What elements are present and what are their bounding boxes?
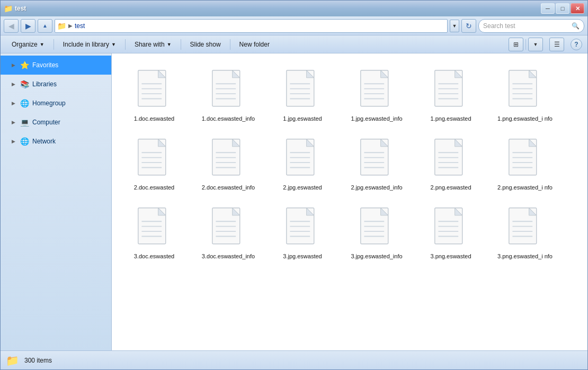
sidebar: ▶ ⭐ Favorites ▶ 📚 Libraries ▶ 🌐 Homegrou… [1, 53, 112, 350]
status-item-count: 300 items [24, 357, 52, 364]
sidebar-item-network[interactable]: ▶ 🌐 Network [1, 132, 111, 151]
slide-show-label: Slide show [190, 41, 221, 48]
list-item[interactable]: 2.doc.eswasted [117, 128, 191, 196]
close-button[interactable]: ✕ [571, 3, 584, 14]
list-item[interactable]: 3.png.eswasted_i nfo [488, 196, 562, 265]
libraries-expand-icon: ▶ [10, 81, 16, 87]
include-library-button[interactable]: Include in library ▼ [57, 38, 122, 51]
file-name-label: 3.jpg.eswasted [283, 252, 322, 260]
organize-button[interactable]: Organize ▼ [6, 38, 50, 51]
file-name-label: 2.doc.eswasted_info [202, 184, 255, 191]
breadcrumb-path: test [75, 22, 85, 30]
refresh-button[interactable]: ↻ [461, 19, 476, 33]
breadcrumb-bar[interactable]: 📁 ▶ test [55, 19, 448, 33]
list-item[interactable]: 2.png.eswasted_i nfo [488, 128, 562, 196]
sidebar-item-favorites[interactable]: ▶ ⭐ Favorites [1, 56, 111, 75]
computer-icon: 💻 [20, 118, 29, 127]
file-doc-icon [431, 68, 471, 113]
search-icon: 🔍 [572, 22, 580, 30]
list-item[interactable]: 1.jpg.eswasted_info [340, 59, 414, 128]
network-label: Network [32, 138, 56, 145]
file-name-label: 3.doc.eswasted_info [202, 252, 255, 260]
file-name-label: 2.jpg.eswasted [283, 184, 322, 191]
view-dropdown-button[interactable]: ▼ [528, 38, 543, 51]
file-name-label: 3.doc.eswasted [134, 252, 174, 260]
file-doc-icon [357, 205, 397, 250]
list-item[interactable]: 2.png.eswasted [414, 128, 488, 196]
forward-icon: ▶ [25, 22, 31, 30]
details-pane-icon: ☰ [554, 41, 560, 48]
file-name-label: 3.png.eswasted [430, 252, 471, 260]
file-doc-icon [431, 137, 471, 182]
list-item[interactable]: 1.jpg.eswasted [265, 59, 340, 128]
toolbar-separator-1 [54, 39, 54, 50]
main-area: ▶ ⭐ Favorites ▶ 📚 Libraries ▶ 🌐 Homegrou… [1, 53, 587, 350]
file-doc-icon [283, 68, 323, 113]
sidebar-item-computer[interactable]: ▶ 💻 Computer [1, 113, 111, 132]
list-item[interactable]: 1.doc.eswasted_info [191, 59, 265, 128]
view-grid-button[interactable]: ⊞ [509, 38, 523, 51]
details-pane-button[interactable]: ☰ [549, 38, 564, 51]
sidebar-item-libraries[interactable]: ▶ 📚 Libraries [1, 75, 111, 94]
title-folder-icon: 📁 [4, 4, 13, 13]
view-grid-icon: ⊞ [513, 41, 519, 48]
maximize-icon: □ [561, 5, 565, 12]
file-doc-icon [283, 137, 323, 182]
share-with-button[interactable]: Share with ▼ [129, 38, 177, 51]
maximize-button[interactable]: □ [556, 3, 569, 14]
list-item[interactable]: 3.png.eswasted [414, 196, 488, 265]
file-name-label: 1.png.eswasted [430, 115, 471, 122]
slide-show-button[interactable]: Slide show [184, 38, 227, 51]
list-item[interactable]: 1.png.eswasted [414, 59, 488, 128]
breadcrumb-dropdown-button[interactable]: ▼ [450, 20, 459, 32]
include-library-label: Include in library [63, 41, 109, 48]
search-input[interactable] [483, 22, 569, 30]
list-item[interactable]: 1.doc.eswasted [117, 59, 191, 128]
forward-button[interactable]: ▶ [21, 19, 35, 33]
list-item[interactable]: 2.doc.eswasted_info [191, 128, 265, 196]
list-item[interactable]: 3.doc.eswasted [117, 196, 191, 265]
file-name-label: 2.doc.eswasted [134, 184, 174, 191]
back-button[interactable]: ◀ [4, 19, 19, 33]
window-controls: ─ □ ✕ [541, 3, 584, 14]
network-icon: 🌐 [20, 137, 29, 146]
share-with-label: Share with [135, 41, 165, 48]
file-name-label: 1.jpg.eswasted_info [351, 115, 402, 122]
explorer-window: 📁 test ─ □ ✕ ◀ ▶ ▲ 📁 ▶ test [0, 0, 588, 370]
file-doc-icon [505, 137, 545, 182]
view-sep [525, 39, 526, 50]
libraries-label: Libraries [32, 80, 57, 88]
list-item[interactable]: 1.png.eswasted_i nfo [488, 59, 562, 128]
share-dropdown-icon: ▼ [167, 42, 172, 47]
file-doc-icon [209, 137, 248, 182]
libraries-icon: 📚 [20, 79, 29, 89]
view-dropdown-icon: ▼ [533, 42, 538, 47]
dropdown-icon: ▼ [452, 23, 457, 29]
new-folder-button[interactable]: New folder [234, 38, 275, 51]
close-icon: ✕ [575, 5, 580, 12]
sidebar-item-homegroup[interactable]: ▶ 🌐 Homegroup [1, 94, 111, 113]
file-doc-icon [431, 205, 471, 250]
computer-expand-icon: ▶ [10, 119, 16, 125]
address-bar: ◀ ▶ ▲ 📁 ▶ test ▼ ↻ 🔍 [1, 16, 587, 35]
favorites-label: Favorites [32, 61, 58, 69]
search-bar[interactable]: 🔍 [478, 19, 584, 33]
help-button[interactable]: ? [571, 39, 582, 50]
minimize-button[interactable]: ─ [541, 3, 555, 14]
list-item[interactable]: 3.jpg.eswasted [265, 196, 340, 265]
file-doc-icon [357, 68, 397, 113]
list-item[interactable]: 3.doc.eswasted_info [191, 196, 265, 265]
file-name-label: 1.jpg.eswasted [283, 115, 322, 122]
file-doc-icon [135, 137, 174, 182]
favorites-expand-icon: ▶ [10, 62, 16, 68]
list-item[interactable]: 2.jpg.eswasted [265, 128, 340, 196]
file-doc-icon [209, 205, 248, 250]
list-item[interactable]: 3.jpg.eswasted_info [340, 196, 414, 265]
list-item[interactable]: 2.jpg.eswasted_info [340, 128, 414, 196]
homegroup-expand-icon: ▶ [10, 100, 16, 106]
file-name-label: 2.png.eswasted [430, 184, 471, 191]
organize-dropdown-icon: ▼ [40, 42, 44, 47]
up-button[interactable]: ▲ [38, 19, 52, 33]
organize-label: Organize [12, 41, 38, 48]
toolbar-separator-2 [125, 39, 126, 50]
